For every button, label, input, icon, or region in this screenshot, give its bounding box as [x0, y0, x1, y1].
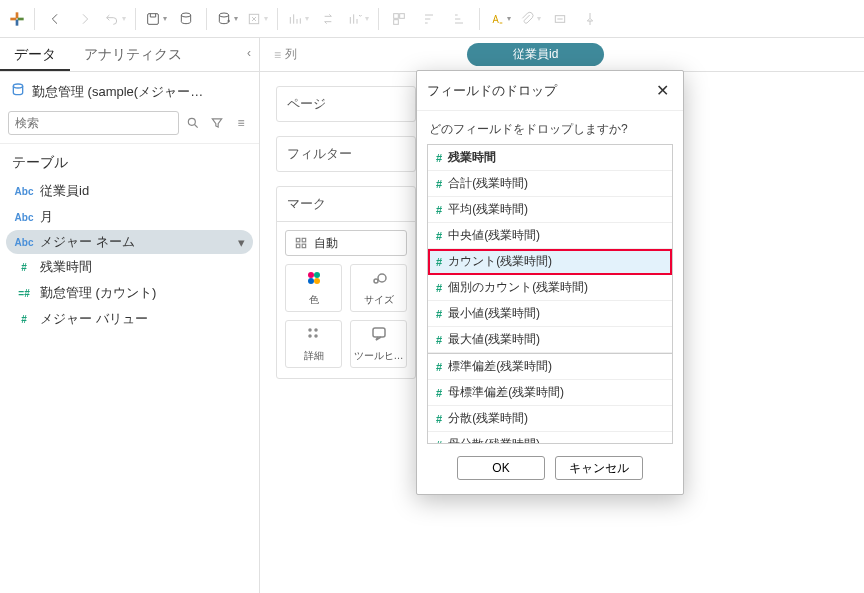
dialog-option[interactable]: #最大値(残業時間) [428, 327, 672, 353]
fields-menu-icon[interactable]: ≡ [231, 113, 251, 133]
svg-rect-14 [296, 238, 300, 242]
marks-title: マーク [277, 187, 415, 222]
filter-icon[interactable] [207, 113, 227, 133]
collapse-pane-icon[interactable]: ‹ [239, 38, 259, 71]
undo-redo-button[interactable] [101, 5, 129, 33]
chart-type-button[interactable] [284, 5, 312, 33]
svg-point-25 [315, 329, 317, 331]
swap-button[interactable] [314, 5, 342, 33]
highlight-button[interactable] [486, 5, 514, 33]
color-icon [305, 269, 323, 291]
back-button[interactable] [41, 5, 69, 33]
field-month[interactable]: Abc月 [6, 204, 253, 230]
mark-size[interactable]: サイズ [350, 264, 407, 312]
svg-point-12 [13, 84, 22, 88]
new-worksheet-button[interactable] [213, 5, 241, 33]
close-icon[interactable]: ✕ [652, 79, 673, 102]
separator [34, 8, 35, 30]
separator [135, 8, 136, 30]
option-label: 母標準偏差(残業時間) [448, 384, 564, 401]
clear-button[interactable] [243, 5, 271, 33]
number-icon: # [14, 262, 34, 273]
svg-rect-16 [296, 244, 300, 248]
tab-data[interactable]: データ [0, 38, 70, 71]
search-icon[interactable] [183, 113, 203, 133]
field-label: 月 [40, 208, 53, 226]
field-label: 従業員id [40, 182, 89, 200]
chevron-down-icon[interactable]: ▾ [238, 235, 245, 250]
ok-button[interactable]: OK [457, 456, 545, 480]
number-icon: # [436, 204, 442, 216]
dialog-option[interactable]: #カウント(残業時間) [428, 249, 672, 275]
dialog-option[interactable]: #分散(残業時間) [428, 406, 672, 432]
field-measure-values[interactable]: #メジャー バリュー [6, 306, 253, 332]
separator [277, 8, 278, 30]
number-icon: =# [14, 288, 34, 299]
dialog-option[interactable]: #母標準偏差(残業時間) [428, 380, 672, 406]
pin-button[interactable] [576, 5, 604, 33]
field-employee-id[interactable]: Abc従業員id [6, 178, 253, 204]
sort-asc-button[interactable] [344, 5, 372, 33]
dialog-options: #残業時間#合計(残業時間)#平均(残業時間)#中央値(残業時間)#カウント(残… [427, 144, 673, 444]
field-label: メジャー バリュー [40, 310, 148, 328]
svg-point-18 [308, 272, 314, 278]
svg-rect-15 [302, 238, 306, 242]
svg-rect-10 [394, 19, 399, 24]
datasource-name: 勤怠管理 (sample(メジャー… [32, 83, 203, 101]
tooltip-icon [370, 325, 388, 347]
new-data-button[interactable] [172, 5, 200, 33]
svg-point-22 [374, 279, 378, 283]
svg-point-20 [308, 278, 314, 284]
dialog-option[interactable]: #個別のカウント(残業時間) [428, 275, 672, 301]
mark-color[interactable]: 色 [285, 264, 342, 312]
forward-button[interactable] [71, 5, 99, 33]
number-icon: # [436, 413, 442, 425]
marks-card: マーク 自動 色 サイズ 詳細 ツールヒ… [276, 186, 416, 379]
number-icon: # [436, 334, 442, 346]
tab-analytics[interactable]: アナリティクス [70, 38, 196, 71]
cancel-button[interactable]: キャンセル [555, 456, 643, 480]
mark-tooltip[interactable]: ツールヒ… [350, 320, 407, 368]
abc-icon: Abc [14, 186, 34, 197]
number-icon: # [436, 178, 442, 190]
mark-type-label: 自動 [314, 235, 338, 252]
label-button[interactable] [546, 5, 574, 33]
filters-shelf[interactable]: フィルター [276, 136, 416, 172]
option-label: 最小値(残業時間) [448, 305, 540, 322]
dialog-question: どのフィールドをドロップしますか? [417, 111, 683, 144]
svg-rect-3 [16, 19, 19, 25]
dialog-option[interactable]: #母分散(残業時間) [428, 432, 672, 444]
option-label: 残業時間 [448, 149, 496, 166]
app-logo[interactable] [6, 8, 28, 30]
dialog-title: フィールドのドロップ [427, 82, 557, 100]
detail-icon [305, 325, 323, 347]
search-input[interactable] [8, 111, 179, 135]
svg-point-24 [309, 329, 311, 331]
sort-desc-button[interactable] [415, 5, 443, 33]
save-button[interactable] [142, 5, 170, 33]
mark-detail[interactable]: 詳細 [285, 320, 342, 368]
mark-type-select[interactable]: 自動 [285, 230, 407, 256]
dialog-option[interactable]: #合計(残業時間) [428, 171, 672, 197]
field-overtime[interactable]: #残業時間 [6, 254, 253, 280]
mark-label: 詳細 [304, 349, 324, 363]
pages-shelf[interactable]: ページ [276, 86, 416, 122]
number-icon: # [436, 152, 442, 164]
dialog-option[interactable]: #平均(残業時間) [428, 197, 672, 223]
dialog-option[interactable]: #中央値(残業時間) [428, 223, 672, 249]
svg-point-27 [315, 335, 317, 337]
attach-button[interactable] [516, 5, 544, 33]
number-icon: # [436, 256, 442, 268]
option-label: 中央値(残業時間) [448, 227, 540, 244]
sort-asc2-button[interactable] [445, 5, 473, 33]
field-attendance-count[interactable]: =#勤怠管理 (カウント) [6, 280, 253, 306]
search-row: ≡ [0, 107, 259, 144]
datasource-row[interactable]: 勤怠管理 (sample(メジャー… [0, 72, 259, 107]
pane-tabs: データ アナリティクス ‹ [0, 38, 259, 72]
group-button[interactable] [385, 5, 413, 33]
dialog-option[interactable]: #標準偏差(残業時間) [428, 353, 672, 380]
number-icon: # [436, 308, 442, 320]
field-measure-names[interactable]: Abcメジャー ネーム▾ [6, 230, 253, 254]
dialog-option[interactable]: #残業時間 [428, 145, 672, 171]
dialog-option[interactable]: #最小値(残業時間) [428, 301, 672, 327]
